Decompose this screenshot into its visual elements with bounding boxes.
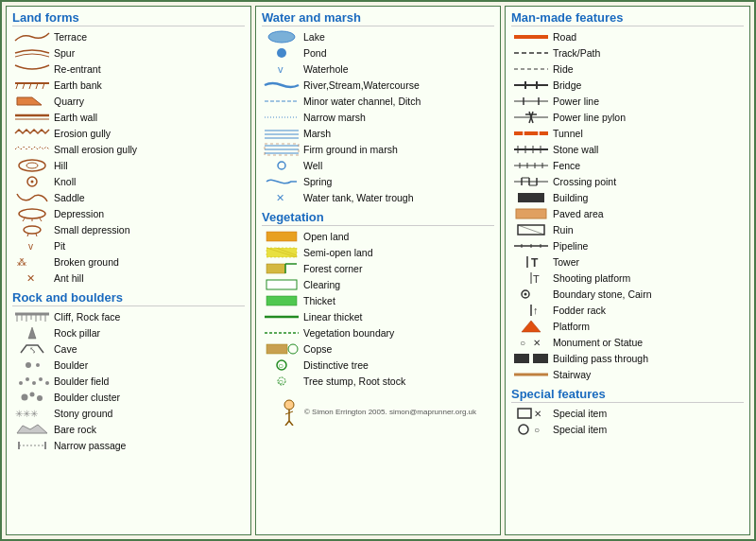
section-title-man-made: Man-made features [511, 10, 744, 26]
svg-text:v: v [28, 241, 33, 252]
river-label: River,Stream,Watercourse [303, 79, 420, 91]
list-item: Boulder cluster [12, 390, 245, 405]
track-path-label: Track/Path [553, 47, 600, 59]
list-item: Pipeline [511, 238, 744, 253]
list-item: Open land [262, 229, 494, 244]
earth-wall-symbol [12, 110, 52, 125]
distinctive-tree-label: Distinctive tree [303, 359, 369, 371]
forest-corner-symbol [262, 261, 301, 276]
list-item: Well [262, 158, 494, 173]
copse-label: Copse [303, 343, 332, 355]
narrow-marsh-label: Narrow marsh [303, 112, 366, 123]
narrow-passage-label: Narrow passage [54, 440, 126, 451]
river-symbol [262, 78, 301, 93]
list-item: T Shooting platform [511, 270, 744, 286]
list-item: Boundary stone, Cairn [511, 287, 744, 302]
svg-point-40 [30, 393, 35, 397]
building-label: Building [553, 192, 588, 203]
copyright-text: © Simon Errington 2005. simon@maprunner.… [304, 408, 476, 416]
vegetation-section: Vegetation [262, 210, 494, 229]
boulder-symbol [12, 358, 52, 373]
svg-point-37 [39, 377, 43, 381]
svg-text:T: T [533, 273, 540, 285]
list-item: ○ ✕ Monument or Statue [511, 335, 744, 350]
monument-symbol: ○ ✕ [511, 335, 551, 350]
stone-wall-label: Stone wall [553, 144, 598, 155]
knoll-symbol [12, 174, 52, 189]
paved-area-symbol [511, 206, 551, 221]
footer-text: © Simon Errington 2005. simon@maprunner.… [262, 393, 494, 426]
marsh-symbol [262, 126, 301, 141]
cliff-label: Cliff, Rock face [54, 311, 120, 323]
list-item: Bare rock [12, 422, 245, 437]
small-erosion-gully-label: Small erosion gully [54, 144, 137, 155]
list-item: Quarry [12, 94, 245, 109]
earth-wall-label: Earth wall [54, 112, 97, 123]
svg-point-72 [288, 344, 298, 354]
list-item: Stairway [511, 367, 744, 382]
hill-symbol [12, 158, 52, 173]
saddle-label: Saddle [54, 192, 85, 203]
bridge-label: Bridge [553, 79, 581, 91]
pond-label: Pond [303, 47, 327, 59]
list-item: ✕ Ant hill [12, 270, 245, 286]
platform-label: Platform [553, 321, 590, 332]
quarry-symbol [12, 94, 52, 109]
list-item: Hill [12, 158, 245, 173]
svg-point-35 [26, 377, 29, 381]
list-item: Building [511, 190, 744, 205]
spur-symbol [12, 45, 52, 61]
svg-line-13 [23, 218, 25, 221]
erosion-gully-label: Erosion gully [54, 128, 111, 139]
stony-ground-label: Stony ground [54, 408, 112, 419]
special-item-1-symbol: ✕ [511, 406, 551, 421]
svg-line-18 [36, 234, 37, 236]
list-item: Earth wall [12, 110, 245, 125]
svg-point-12 [19, 209, 45, 218]
ant-hill-label: Ant hill [54, 272, 84, 284]
svg-point-32 [26, 362, 31, 368]
pipeline-label: Pipeline [553, 240, 588, 252]
track-path-symbol [511, 45, 551, 61]
list-item: Platform [511, 319, 744, 334]
saddle-symbol [12, 190, 52, 205]
linear-thicket-label: Linear thicket [303, 311, 362, 323]
svg-point-77 [284, 400, 294, 410]
firm-ground-marsh-label: Firm ground in marsh [303, 144, 398, 155]
ride-label: Ride [553, 63, 574, 75]
special-item-2-symbol: ○ [511, 422, 551, 437]
svg-rect-68 [266, 296, 297, 305]
minor-water-label: Minor water channel, Ditch [303, 96, 421, 107]
list-item: Crossing point [511, 174, 744, 189]
list-item: Bridge [511, 78, 744, 93]
section-title-special: Special features [511, 387, 744, 403]
svg-point-39 [22, 394, 28, 401]
list-item: Linear thicket [262, 309, 494, 324]
marsh-label: Marsh [303, 128, 331, 139]
svg-text:✕: ✕ [276, 192, 284, 203]
svg-rect-67 [266, 280, 297, 289]
pit-label: Pit [54, 240, 65, 252]
list-item: ↑ Fodder rack [511, 303, 744, 318]
list-item: ○ Special item [511, 422, 744, 437]
cave-label: Cave [54, 343, 77, 355]
svg-line-80 [285, 421, 289, 426]
list-item: Building pass through [511, 351, 744, 366]
boundary-stone-label: Boundary stone, Cairn [553, 288, 651, 300]
boulder-field-label: Boulder field [54, 375, 109, 387]
svg-text:○: ○ [278, 360, 284, 371]
section-title-land-forms: Land forms [12, 10, 245, 26]
terrace-label: Terrace [54, 31, 87, 43]
boulder-label: Boulder [54, 359, 88, 371]
water-tank-label: Water tank, Water trough [303, 192, 414, 203]
power-line-label: Power line [553, 96, 599, 107]
svg-point-34 [19, 381, 23, 385]
knoll-label: Knoll [54, 176, 76, 187]
list-item: Power line pylon [511, 110, 744, 125]
firm-ground-marsh-symbol [262, 142, 301, 157]
svg-rect-60 [266, 232, 297, 241]
building-pass-symbol [511, 351, 551, 366]
boulder-cluster-symbol [12, 390, 52, 405]
earth-bank-label: Earth bank [54, 79, 102, 91]
semi-open-land-label: Semi-open land [303, 247, 373, 258]
